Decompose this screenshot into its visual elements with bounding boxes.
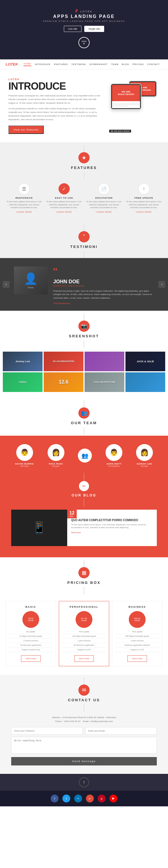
quote-icon: " [83, 234, 85, 240]
email-label: Email : [83, 720, 91, 722]
feature-update-link[interactable]: LEARN MORE [126, 211, 163, 213]
nav-link-features[interactable]: FEATURES [54, 63, 68, 66]
testimoni-section-wrapper: " TESTIMONI ‹ 👤 Photo " JOHN DOE GRAPHIC… [0, 221, 168, 311]
google-icon: g+ [89, 797, 91, 799]
start-button[interactable]: Start ▼ [78, 37, 90, 48]
testimoni-quote: Praesent accumsan ut glis, risus ne enim… [53, 289, 154, 300]
live-site-button[interactable]: Live site [64, 26, 81, 32]
pricing-section-icon: ▦ [78, 567, 90, 578]
blog-post-text: Te has varius adipisci lorem ipsum. Cum … [71, 523, 153, 529]
pricing-price-basic: $5.50 month [23, 611, 39, 628]
feature-responsive: ☰ RESPONSIVE Te has varius adipisci lore… [6, 183, 43, 213]
contact-submit-button[interactable]: Send message [11, 757, 157, 766]
contact-name-input[interactable] [11, 727, 83, 735]
camera-icon: 📷 [81, 323, 87, 329]
nav-link-blog[interactable]: BLOG [122, 63, 129, 66]
avatar-emoji-1: 👨 [21, 448, 29, 457]
pricing-card-business: BUSINESS $38.55 month Free update 256 Mb… [112, 601, 162, 666]
contact-section-icon: ✉ [78, 684, 90, 696]
pricing-btn-basic[interactable]: Get it now [21, 655, 41, 662]
nav-link-pricing[interactable]: PRICING [132, 63, 144, 66]
nav-link-contact[interactable]: CONTACT [147, 63, 160, 66]
footer-social-pinterest[interactable]: p [98, 795, 106, 802]
pricing-section-title: PRICING BOX [0, 581, 168, 585]
testimoni-content: ‹ 👤 Photo " JOHN DOE GRAPHIC DESIGNER Pr… [0, 258, 168, 311]
contact-row-1 [11, 727, 157, 735]
team-avatar-5: 👩 [136, 444, 153, 461]
blog-section-title: OUR BLOG [6, 493, 162, 497]
team-name-2: RIKA RANI [47, 463, 64, 465]
pricing-feature-pro-3: 1 year services [62, 640, 106, 643]
star-icon: ★ [82, 155, 86, 161]
pricing-plan-business: BUSINESS [115, 606, 159, 608]
screenshot-label-4: JACK & JULIE [137, 360, 154, 363]
footer-social-facebook[interactable]: f [51, 795, 59, 802]
introduce-section: LOTEK INTRODUCE Praesent varius consequa… [0, 69, 168, 142]
screenshot-item-5: STEVI [3, 372, 42, 392]
introduce-right: WE AREBUILD DESIGN WE AREBUILD DESIGN [109, 78, 160, 134]
nav-link-team[interactable]: TEAM [111, 63, 119, 66]
pricing-card-professional: PEROFESSIONAL $17.55 month Free update 1… [59, 601, 109, 666]
start-label: Start [82, 40, 87, 42]
big-quote-icon: " [53, 267, 154, 278]
nav-logo[interactable]: LOTEK [6, 62, 18, 66]
team-main-icon: 👥 [78, 448, 92, 463]
pinterest-icon: p [101, 797, 102, 800]
back-to-top-button[interactable]: ↑ [79, 777, 89, 787]
screenshot-label-5: STEVI [19, 381, 26, 383]
pricing-price-value-basic: $5.50 [28, 618, 33, 619]
phone-label: Phone : [55, 720, 64, 722]
screenshot-title: SREENSHOT [0, 334, 168, 338]
pricing-btn-business[interactable]: Get it now [127, 655, 147, 662]
hero-subtitle: PREMIUM HTML5 LANDING PAGE FOR APP BUSIN… [6, 20, 162, 23]
connector-line-12 [84, 704, 84, 711]
team-name-4: JOHN MATT [106, 463, 122, 465]
contact-email-input[interactable] [85, 727, 157, 735]
footer-social-google[interactable]: g+ [86, 795, 94, 802]
connector-line-8 [84, 427, 84, 434]
blog-prev-button[interactable]: ‹ [148, 522, 154, 527]
feature-responsive-link[interactable]: LEARN MORE [6, 211, 43, 213]
connector-line-3 [84, 224, 84, 231]
phone-screen-front: WE AREBUILD DESIGN [112, 85, 140, 101]
footer-social-linkedin[interactable]: in [74, 795, 82, 802]
team-people-icon: 👥 [81, 452, 89, 459]
contact-message-input[interactable] [11, 737, 157, 754]
hero-logo: ℓ LOTEK [6, 8, 162, 13]
feature-easy-link[interactable]: LEARN MORE [46, 211, 83, 213]
testimoni-next-button[interactable]: › [159, 281, 165, 288]
blog-readmore-link[interactable]: Read more [71, 531, 81, 533]
feature-doc-link[interactable]: LEARN MORE [86, 211, 123, 213]
contact-info: Address : Jl Kemanoman Rinal No 2 Blok 6… [11, 716, 157, 724]
view-features-button[interactable]: View our Features [8, 126, 44, 134]
screenshot-item-6: 12.6 [44, 372, 83, 392]
team-grid: 👨 KEVIN BARRA Developer 👩 RIKA RANI Desi… [6, 441, 162, 470]
features-grid: ☰ RESPONSIVE Te has varius adipisci lore… [0, 180, 168, 216]
facebook-icon: f [54, 797, 55, 800]
single-site-button[interactable]: Single site [84, 26, 104, 32]
pricing-btn-professional[interactable]: Get it now [74, 655, 94, 662]
easy-icon: ✓ [59, 183, 70, 194]
blog-card-wrapper: 📱 12 JAN QUO AUTEM COMPLECTITUR PORRO CO… [11, 510, 157, 546]
pricing-price-period-professional: month [81, 619, 87, 621]
contact-form: Send message [11, 727, 157, 766]
blog-connector-bottom [84, 498, 84, 507]
pricing-feature-pro-4: No Business application [62, 644, 106, 648]
nav-link-screenshot[interactable]: SCREENSHOT [89, 63, 108, 66]
email-value: info@yourdomian.com [91, 720, 113, 722]
team-role-4: Photographer [106, 465, 122, 467]
testimoni-readmore[interactable]: Lihat selangkapnya [53, 302, 70, 304]
introduce-text-2: Ut sint posidonium lobortis te, lorem od… [8, 107, 104, 121]
footer-social-twitter[interactable]: t [62, 795, 70, 802]
testimoni-prev-button[interactable]: ‹ [3, 281, 9, 288]
blog-arrows: ‹ › [148, 522, 154, 534]
team-section-top: 👥 OUR TEAM [0, 398, 168, 436]
screenshot-icon: 📷 [78, 320, 90, 332]
blog-next-button[interactable]: › [148, 528, 154, 534]
feature-easy: ✓ EASY TO USE Te has varius adipisci lor… [46, 183, 83, 213]
nav-link-home[interactable]: HOME [24, 62, 31, 66]
nav-link-testimoni[interactable]: TESTIMONI [71, 63, 86, 66]
doc-icon: 📄 [98, 183, 109, 194]
nav-link-introduce[interactable]: INTRODUCE [35, 63, 51, 66]
footer-social-youtube[interactable]: ▶ [109, 795, 117, 802]
